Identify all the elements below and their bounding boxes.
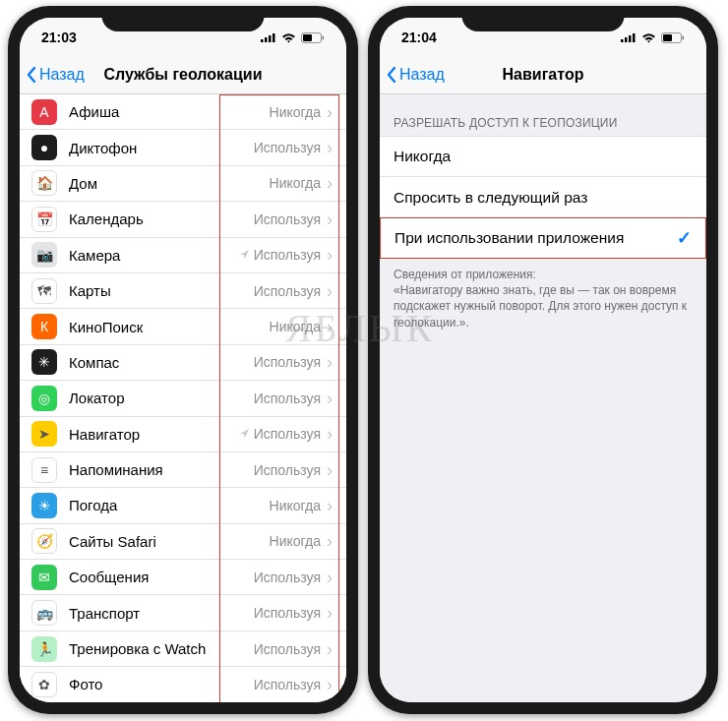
app-row[interactable]: 🗺КартыИспользуя›: [20, 273, 346, 309]
app-status: Используя›: [228, 569, 334, 586]
svg-rect-3: [273, 33, 275, 42]
app-row[interactable]: 📅КалендарьИспользуя›: [20, 202, 346, 237]
app-row[interactable]: ☀ПогодаНикогда›: [20, 488, 346, 523]
app-name-label: Диктофон: [69, 140, 228, 156]
cellular-icon: [261, 32, 276, 42]
back-label: Назад: [39, 66, 85, 84]
permission-options: НикогдаСпросить в следующий разПри испол…: [380, 136, 706, 259]
status-text: Используя: [254, 283, 321, 299]
nav-bar: Назад Навигатор: [380, 55, 706, 94]
chevron-right-icon: ›: [327, 390, 333, 407]
footer-title: Сведения от приложения:: [394, 267, 693, 282]
notch: [102, 6, 265, 31]
back-button[interactable]: Назад: [20, 66, 85, 84]
chevron-right-icon: ›: [327, 174, 333, 192]
app-icon: 🏃: [31, 636, 57, 662]
app-row[interactable]: ААфишаНикогда›: [20, 94, 346, 130]
app-name-label: Карты: [69, 282, 228, 299]
chevron-right-icon: ›: [327, 461, 333, 479]
section-header: РАЗРЕШАТЬ ДОСТУП К ГЕОПОЗИЦИИ: [380, 94, 706, 136]
app-list-container: ААфишаНикогда›●ДиктофонИспользуя›🏠ДомНик…: [20, 94, 346, 702]
svg-rect-8: [625, 37, 628, 42]
svg-rect-0: [261, 39, 264, 42]
chevron-right-icon: ›: [327, 318, 333, 335]
permission-option[interactable]: Спросить в следующий раз: [380, 177, 706, 218]
app-row[interactable]: ➤НавигаторИспользуя›: [20, 417, 346, 452]
svg-rect-2: [269, 35, 272, 42]
app-icon: 🚌: [31, 600, 57, 626]
app-status: Используя›: [228, 640, 334, 658]
status-text: Никогда: [270, 319, 321, 334]
app-row[interactable]: ККиноПоискНикогда›: [20, 309, 346, 344]
svg-rect-5: [303, 34, 312, 41]
app-name-label: Афиша: [69, 103, 228, 120]
app-name-label: Сообщения: [69, 569, 228, 585]
app-icon: А: [31, 99, 57, 125]
screen-left: 21:03 Назад Службы геолокации ААфишаНико…: [20, 18, 346, 702]
svg-rect-1: [265, 37, 268, 42]
option-label: Спросить в следующий раз: [394, 189, 693, 207]
app-name-label: Навигатор: [69, 426, 228, 443]
app-row[interactable]: 🏠ДомНикогда›: [20, 166, 346, 202]
status-indicators: [621, 32, 685, 43]
app-status: Используя›: [228, 353, 334, 371]
app-row[interactable]: 📷КамераИспользуя›: [20, 238, 346, 273]
app-row[interactable]: ✉СообщенияИспользуя›: [20, 560, 346, 595]
app-row[interactable]: 🏃Тренировка с WatchИспользуя›: [20, 631, 346, 667]
app-status: Используя›: [228, 604, 334, 622]
app-status: Используя›: [228, 676, 334, 693]
wifi-icon: [281, 32, 296, 43]
app-icon: ●: [31, 135, 57, 160]
app-status: Никогда›: [228, 318, 334, 335]
svg-rect-9: [629, 35, 632, 42]
status-text: Никогда: [270, 533, 321, 549]
app-icon: ✿: [31, 672, 57, 697]
app-icon: ≡: [31, 457, 57, 483]
permission-option[interactable]: При использовании приложения✓: [380, 217, 706, 259]
app-status: Используя›: [228, 210, 334, 228]
app-icon: ☀: [31, 493, 57, 518]
app-name-label: Камера: [69, 247, 228, 264]
app-row[interactable]: ◎ЛокаторИспользуя›: [20, 381, 346, 416]
status-text: Используя: [254, 677, 321, 692]
app-row[interactable]: 🧭Сайты SafariНикогда›: [20, 524, 346, 560]
app-row[interactable]: 🚌ТранспортИспользуя›: [20, 595, 346, 631]
status-text: Никогда: [270, 175, 321, 191]
status-text: Никогда: [270, 104, 321, 120]
chevron-right-icon: ›: [327, 246, 333, 264]
app-row[interactable]: ✳КомпасИспользуя›: [20, 345, 346, 381]
status-time: 21:04: [401, 30, 437, 45]
chevron-right-icon: ›: [327, 676, 333, 693]
app-row[interactable]: ●ДиктофонИспользуя›: [20, 130, 346, 165]
chevron-right-icon: ›: [327, 497, 333, 514]
app-name-label: Дом: [69, 175, 228, 192]
status-indicators: [261, 32, 325, 43]
app-name-label: Погода: [69, 497, 228, 513]
chevron-right-icon: ›: [327, 532, 333, 550]
app-icon: 🏠: [31, 170, 57, 196]
back-button[interactable]: Назад: [380, 66, 445, 84]
option-label: Никогда: [394, 148, 693, 165]
status-text: Используя: [254, 140, 321, 155]
app-icon: 📷: [31, 242, 57, 268]
chevron-right-icon: ›: [327, 282, 333, 300]
status-text: Используя: [254, 570, 321, 585]
svg-rect-12: [663, 34, 672, 41]
app-name-label: Транспорт: [69, 605, 228, 622]
app-status: Никогда›: [228, 532, 334, 550]
footer-body: «Навигатору важно знать, где вы — так он…: [394, 282, 693, 330]
app-row[interactable]: ✿ФотоИспользуя›: [20, 667, 346, 702]
permission-content: РАЗРЕШАТЬ ДОСТУП К ГЕОПОЗИЦИИ НикогдаСпр…: [380, 94, 706, 702]
app-status: Используя›: [228, 425, 334, 443]
permission-option[interactable]: Никогда: [380, 136, 706, 177]
location-arrow-icon: [239, 425, 250, 443]
app-row[interactable]: ≡НапоминанияИспользуя›: [20, 452, 346, 488]
status-text: Используя: [254, 247, 321, 263]
app-status: Используя›: [228, 139, 334, 156]
app-list[interactable]: ААфишаНикогда›●ДиктофонИспользуя›🏠ДомНик…: [20, 94, 346, 702]
app-status: Используя›: [228, 282, 334, 300]
battery-icon: [661, 32, 685, 43]
app-icon: 🧭: [31, 528, 57, 554]
app-icon: 🗺: [31, 278, 57, 304]
app-status: Используя›: [228, 246, 334, 264]
